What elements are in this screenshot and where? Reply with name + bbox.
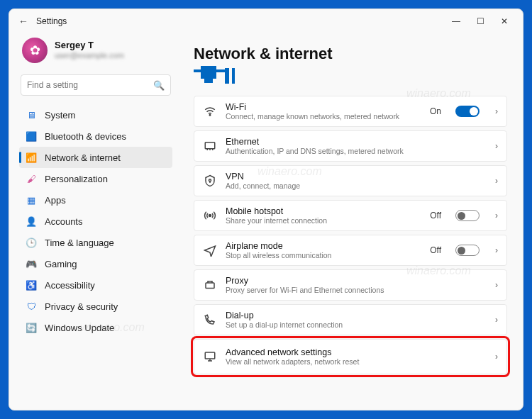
profile[interactable]: Sergey T user@example.com	[19, 33, 172, 69]
sidebar-item-gaming[interactable]: 🎮 Gaming	[19, 253, 172, 274]
sidebar-item-bluetooth[interactable]: 🟦 Bluetooth & devices	[19, 125, 172, 147]
row-advanced-network[interactable]: Advanced network settings View all netwo…	[194, 339, 507, 374]
svg-rect-2	[204, 79, 213, 83]
privacy-icon: 🛡	[25, 300, 38, 313]
sidebar-item-system[interactable]: 🖥 System	[19, 104, 172, 125]
sidebar-item-privacy[interactable]: 🛡 Privacy & security	[19, 296, 172, 317]
dialup-icon	[203, 313, 217, 327]
sidebar-item-label: Time & language	[45, 238, 114, 248]
settings-window: ← Settings — ☐ ✕ Sergey T user@example.c…	[9, 9, 523, 410]
hotspot-icon	[203, 208, 217, 223]
row-airplane[interactable]: Airplane mode Stop all wireless communic…	[194, 235, 507, 266]
row-sub: Authentication, IP and DNS settings, met…	[226, 147, 480, 155]
nav-list: 🖥 System 🟦 Bluetooth & devices 📶 Network…	[19, 104, 172, 338]
row-wifi[interactable]: Wi-Fi Connect, manage known networks, me…	[194, 96, 507, 127]
row-vpn[interactable]: VPN Add, connect, manage ›	[194, 165, 507, 196]
maximize-button[interactable]: ☐	[475, 16, 486, 26]
row-title: Proxy	[226, 276, 480, 286]
personalization-icon: 🖌	[25, 172, 38, 185]
chevron-right-icon: ›	[495, 141, 498, 151]
apps-icon: ▦	[25, 194, 38, 206]
chevron-right-icon: ›	[495, 211, 498, 220]
vpn-icon	[203, 174, 217, 188]
minimize-button[interactable]: —	[450, 16, 462, 26]
sidebar-item-apps[interactable]: ▦ Apps	[19, 189, 172, 211]
advanced-network-icon	[203, 350, 217, 364]
row-text: Proxy Proxy server for Wi-Fi and Etherne…	[226, 276, 480, 294]
row-sub: Share your internet connection	[226, 216, 421, 225]
search-box[interactable]: 🔍	[21, 74, 171, 96]
svg-point-9	[209, 215, 211, 217]
search-input[interactable]	[27, 80, 153, 90]
chevron-right-icon: ›	[495, 176, 498, 186]
airplane-state: Off	[430, 245, 441, 255]
sidebar: Sergey T user@example.com 🔍 🖥 System 🟦 B…	[9, 33, 179, 410]
sidebar-item-label: Gaming	[45, 259, 77, 269]
app-title: Settings	[36, 16, 67, 26]
window-controls: — ☐ ✕	[450, 16, 517, 26]
row-proxy[interactable]: Proxy Proxy server for Wi-Fi and Etherne…	[194, 269, 507, 301]
search-icon: 🔍	[153, 80, 165, 91]
row-title: Advanced network settings	[226, 347, 480, 357]
svg-rect-4	[225, 68, 229, 84]
row-text: Mobile hotspot Share your internet conne…	[226, 206, 421, 225]
hotspot-toggle[interactable]	[455, 210, 480, 221]
accounts-icon: 👤	[25, 215, 38, 228]
sidebar-item-accessibility[interactable]: ♿ Accessibility	[19, 274, 172, 296]
chevron-right-icon: ›	[495, 352, 498, 362]
settings-list: Wi-Fi Connect, manage known networks, me…	[194, 96, 507, 374]
wifi-state: On	[430, 106, 441, 116]
chevron-right-icon: ›	[495, 106, 498, 116]
row-title: Wi-Fi	[226, 102, 421, 112]
system-icon: 🖥	[25, 108, 38, 121]
avatar	[22, 38, 48, 63]
wifi-toggle[interactable]	[455, 106, 480, 117]
sidebar-item-update[interactable]: 🔄 Windows Update	[19, 317, 172, 338]
row-sub: View all network adapters, network reset	[226, 357, 480, 366]
chevron-right-icon: ›	[495, 280, 498, 290]
sidebar-item-accounts[interactable]: 👤 Accounts	[19, 211, 172, 232]
profile-text: Sergey T user@example.com	[55, 40, 124, 60]
sidebar-item-personalization[interactable]: 🖌 Personalization	[19, 168, 172, 189]
sidebar-item-label: Accessibility	[45, 280, 95, 291]
sidebar-item-label: Network & internet	[45, 152, 121, 163]
svg-rect-1	[201, 66, 216, 79]
row-title: VPN	[226, 172, 480, 181]
row-dialup[interactable]: Dial-up Set up a dial-up internet connec…	[194, 304, 507, 335]
row-sub: Set up a dial-up internet connection	[226, 320, 480, 329]
row-text: Wi-Fi Connect, manage known networks, me…	[226, 102, 421, 121]
page-title: Network & internet	[194, 45, 507, 63]
airplane-toggle[interactable]	[455, 245, 480, 256]
back-button[interactable]: ←	[15, 13, 32, 30]
sidebar-item-label: Apps	[45, 195, 66, 206]
content-pane: Network & internet	[179, 33, 523, 410]
row-text: Airplane mode Stop all wireless communic…	[226, 241, 421, 259]
row-title: Airplane mode	[226, 241, 421, 251]
sidebar-item-label: Accounts	[45, 216, 82, 227]
row-ethernet[interactable]: Ethernet Authentication, IP and DNS sett…	[194, 130, 507, 162]
bluetooth-icon: 🟦	[25, 130, 38, 143]
hotspot-state: Off	[430, 211, 441, 220]
row-text: VPN Add, connect, manage	[226, 172, 480, 190]
titlebar: ← Settings — ☐ ✕	[9, 9, 523, 33]
svg-rect-3	[216, 69, 225, 72]
row-text: Ethernet Authentication, IP and DNS sett…	[226, 137, 480, 155]
airplane-icon	[203, 243, 217, 257]
row-sub: Proxy server for Wi-Fi and Ethernet conn…	[226, 286, 480, 294]
gaming-icon: 🎮	[25, 257, 38, 270]
svg-rect-0	[194, 69, 201, 72]
close-button[interactable]: ✕	[499, 16, 510, 26]
sidebar-item-label: Bluetooth & devices	[45, 131, 126, 142]
sidebar-item-network[interactable]: 📶 Network & internet	[19, 147, 172, 168]
ethernet-icon	[203, 139, 217, 153]
row-hotspot[interactable]: Mobile hotspot Share your internet conne…	[194, 200, 507, 231]
row-title: Ethernet	[226, 137, 480, 147]
row-sub: Add, connect, manage	[226, 181, 480, 190]
update-icon: 🔄	[25, 321, 38, 334]
ethernet-illustration	[194, 66, 507, 87]
row-title: Dial-up	[226, 311, 480, 320]
row-sub: Stop all wireless communication	[226, 251, 421, 259]
sidebar-item-time[interactable]: 🕒 Time & language	[19, 232, 172, 253]
chevron-right-icon: ›	[495, 245, 498, 255]
svg-point-6	[209, 115, 211, 116]
